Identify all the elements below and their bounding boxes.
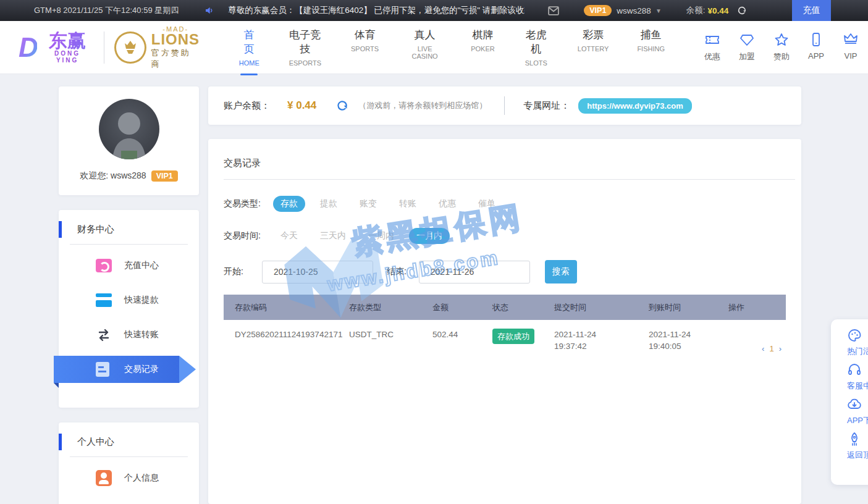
nav-item-slots[interactable]: 老虎机 SLOTS	[509, 28, 563, 67]
end-date-label: 结束:	[387, 266, 407, 277]
top-bar: GTM+8 2021/11/25 下午12:40:59 星期四 尊敬的东赢会员：…	[0, 0, 868, 21]
type-option-withdraw[interactable]: 提款	[313, 196, 345, 212]
cell-deposit-type: USDT_TRC	[349, 329, 432, 352]
pagination-page-1[interactable]: 1	[767, 344, 776, 353]
nav-menu: 首页 HOME 电子竞技 ESPORTS 体育 SPORTS 真人 LIVE C…	[225, 28, 679, 67]
account-balance-value: ¥ 0.44	[287, 99, 316, 112]
rocket-icon	[847, 432, 868, 447]
divider	[224, 179, 795, 180]
nav-sponsor[interactable]: 赞助	[764, 33, 799, 62]
status-badge: 存款成功	[492, 329, 534, 344]
nav-promo[interactable]: 优惠	[695, 33, 730, 62]
refresh-balance-icon[interactable]	[737, 6, 747, 15]
time-option-month[interactable]: 一月内	[409, 228, 450, 244]
sidebar-item-recharge-center[interactable]: 充值中心	[59, 252, 199, 279]
nav-affiliate[interactable]: 加盟	[730, 33, 764, 62]
pagination: ‹ 1 ›	[759, 344, 784, 353]
nav-item-poker[interactable]: 棋牌 POKER	[457, 28, 509, 67]
divider	[70, 244, 188, 245]
type-option-promo[interactable]: 优惠	[431, 196, 463, 212]
float-hot-activities[interactable]: 热门活动	[831, 328, 868, 357]
brand-logo[interactable]: D 东赢 DONG YING	[19, 32, 91, 64]
personal-menu-card: 个人中心 个人信息	[59, 422, 199, 504]
float-app-download[interactable]: APP下载	[831, 397, 868, 426]
table-header-row: 存款编码 存款类型 金额 状态 提交时间 到账时间 操作	[224, 295, 786, 320]
pagination-prev[interactable]: ‹	[759, 344, 767, 353]
account-balance-bar: 账户余额： ¥ 0.44 （游戏前，请将余额转到相应场馆） 专属网址： http…	[208, 86, 801, 125]
avatar[interactable]	[99, 99, 159, 159]
account-balance-label: 账户余额：	[224, 100, 270, 112]
nav-item-fishing[interactable]: 捕鱼 FISHING	[623, 28, 679, 67]
nav-app[interactable]: APP	[799, 33, 833, 62]
time-option-today[interactable]: 今天	[273, 228, 305, 244]
type-option-transfer[interactable]: 转账	[392, 196, 424, 212]
brand-d-mark: D	[19, 32, 37, 63]
sidebar-item-personal-info[interactable]: 个人信息	[59, 464, 199, 492]
brand-name-cn: 东赢	[43, 32, 92, 50]
nav-item-sports[interactable]: 体育 SPORTS	[337, 28, 393, 67]
sponsor-name: LIONS	[151, 33, 200, 46]
diamond-icon	[739, 38, 754, 48]
transaction-records-card: 交易记录 交易类型: 存款 提款 账变 转账 优惠 催单 交易时间: 今天 三天…	[208, 139, 801, 504]
refresh-balance-icon[interactable]	[336, 99, 348, 112]
exclusive-url-label: 专属网址：	[523, 100, 570, 112]
end-date-input[interactable]	[419, 261, 530, 284]
topbar-balance-value: ¥0.44	[708, 6, 729, 15]
sidebar-item-quick-withdraw[interactable]: 快速提款	[59, 287, 199, 314]
cell-deposit-code: DY258620211124193742171	[224, 329, 349, 352]
exclusive-url-link[interactable]: https://www.dyvip73.com	[578, 98, 692, 114]
pagination-next[interactable]: ›	[777, 344, 784, 353]
records-title: 交易记录	[208, 139, 801, 169]
time-option-3days[interactable]: 三天内	[313, 228, 353, 244]
phone-icon	[809, 38, 824, 48]
lion-badge-icon	[114, 32, 146, 64]
start-date-input[interactable]	[262, 261, 373, 284]
float-back-to-top[interactable]: 返回顶部	[831, 432, 868, 461]
sidebar-item-quick-transfer[interactable]: 快速转账	[59, 321, 199, 348]
type-filter-label: 交易类型:	[224, 198, 273, 209]
logo-divider	[104, 32, 104, 64]
sponsor-subtitle: 官方赞助商	[151, 48, 200, 70]
profile-vip-badge: VIP1	[151, 170, 178, 182]
cell-amount: 502.44	[432, 329, 492, 352]
announcement-marquee: 尊敬的东赢会员：【建设王海红6402】 已停用下架，避免您的"亏损" 请删除该收…	[228, 5, 525, 16]
vip-level-badge: VIP1	[584, 5, 612, 16]
headset-icon	[847, 363, 868, 377]
float-customer-service[interactable]: 客服中心	[831, 363, 868, 392]
cell-status: 存款成功	[492, 329, 554, 352]
personal-menu-title: 个人中心	[59, 422, 199, 448]
recharge-card-icon	[96, 259, 112, 272]
nav-vip[interactable]: VIP	[833, 33, 868, 62]
nav-item-esports[interactable]: 电子竞技 ESPORTS	[274, 28, 337, 67]
nav-item-home[interactable]: 首页 HOME	[225, 28, 274, 67]
search-button[interactable]: 搜索	[545, 260, 577, 284]
topbar-username[interactable]: wsws288	[617, 6, 651, 15]
palette-icon	[847, 328, 868, 343]
welcome-text: 欢迎您: wsws288	[80, 170, 146, 182]
star-icon	[774, 38, 789, 48]
brand-name-en: DONG YING	[43, 50, 92, 64]
table-row: DY258620211124193742171 USDT_TRC 502.44 …	[224, 320, 786, 362]
float-side-menu: 热门活动 客服中心 APP下载 返回顶部	[831, 319, 868, 485]
type-option-account-change[interactable]: 账变	[352, 196, 384, 212]
start-date-label: 开始:	[224, 266, 243, 277]
balance-hint-text: （游戏前，请将余额转到相应场馆）	[358, 100, 487, 111]
nav-item-lottery[interactable]: 彩票 LOTTERY	[563, 28, 623, 67]
time-filter-label: 交易时间:	[224, 230, 273, 242]
type-option-deposit[interactable]: 存款	[273, 196, 305, 212]
mail-icon[interactable]	[548, 6, 559, 15]
nav-item-live-casino[interactable]: 真人 LIVE CASINO	[393, 28, 457, 67]
type-option-urge[interactable]: 催单	[471, 196, 503, 212]
nav-icon-bar: 优惠 加盟 赞助 APP VIP	[695, 33, 868, 62]
sidebar-item-transaction-records[interactable]: 交易记录	[59, 356, 199, 383]
time-option-week[interactable]: 一周内	[361, 228, 402, 244]
chevron-down-icon[interactable]: ▼	[655, 7, 662, 14]
topbar-balance-label: 余额:	[686, 5, 706, 16]
finance-menu-card: 财务中心 充值中心 快速提款 快速转账 交易记录	[59, 210, 199, 408]
records-table: 存款编码 存款类型 金额 状态 提交时间 到账时间 操作 DY258620211…	[224, 295, 786, 362]
speaker-icon	[204, 6, 214, 15]
sponsor-logo: -MAD- LIONS 官方赞助商	[114, 25, 200, 70]
withdraw-card-icon	[96, 293, 112, 307]
recharge-button[interactable]: 充值	[792, 0, 831, 21]
transfer-arrows-icon	[96, 328, 112, 342]
